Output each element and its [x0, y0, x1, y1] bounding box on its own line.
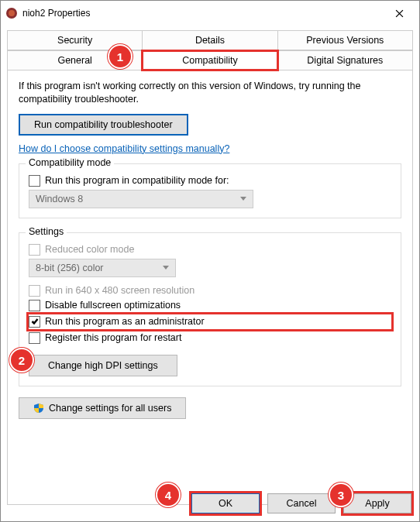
run-as-admin-label: Run this program as an administrator: [45, 316, 205, 327]
change-all-users-label: Change settings for all users: [49, 403, 171, 414]
run-troubleshooter-button[interactable]: Run compatibility troubleshooter: [19, 114, 188, 136]
register-restart-checkbox[interactable]: [29, 332, 40, 344]
change-dpi-button[interactable]: Change high DPI settings: [29, 355, 177, 376]
compatibility-mode-group: Compatibility mode Run this program in c…: [19, 163, 401, 218]
compat-mode-select[interactable]: Windows 8: [29, 190, 253, 208]
app-icon: [5, 7, 18, 19]
annotation-badge-4: 4: [156, 483, 181, 507]
run-as-admin-row: Run this program as an administrator: [29, 314, 391, 329]
shield-icon: [33, 403, 44, 414]
settings-group: Settings Reduced color mode 8-bit (256) …: [19, 232, 401, 386]
close-button[interactable]: [384, 2, 415, 24]
tab-compatibility[interactable]: Compatibility: [142, 50, 277, 70]
color-mode-select: 8-bit (256) color: [29, 259, 176, 277]
tab-previous-versions[interactable]: Previous Versions: [277, 30, 413, 50]
apply-button[interactable]: Apply: [343, 493, 411, 513]
disable-fullscreen-checkbox[interactable]: [29, 300, 40, 311]
run-as-admin-checkbox[interactable]: [29, 316, 40, 328]
annotation-badge-2: 2: [9, 348, 34, 373]
tab-digital-signatures[interactable]: Digital Signatures: [277, 50, 413, 70]
compat-mode-select-value: Windows 8: [36, 194, 83, 204]
tab-panel: If this program isn't working correctly …: [7, 70, 413, 505]
titlebar: nioh2 Properties: [1, 1, 419, 26]
chevron-down-icon: [240, 197, 246, 201]
intro-text: If this program isn't working correctly …: [19, 80, 401, 106]
reduced-color-checkbox: [29, 244, 40, 256]
reduced-color-label: Reduced color mode: [45, 244, 134, 255]
chevron-down-icon: [163, 266, 169, 270]
manual-settings-link[interactable]: How do I choose compatibility settings m…: [19, 143, 229, 154]
disable-fullscreen-label: Disable fullscreen optimizations: [45, 300, 181, 311]
cancel-button[interactable]: Cancel: [267, 493, 336, 513]
annotation-badge-1: 1: [108, 44, 133, 69]
settings-legend: Settings: [26, 226, 67, 237]
run-640-checkbox: [29, 285, 40, 297]
svg-point-1: [9, 10, 15, 16]
close-icon: [395, 9, 404, 18]
tab-details[interactable]: Details: [142, 30, 277, 50]
change-all-users-button[interactable]: Change settings for all users: [19, 397, 186, 419]
compat-mode-label: Run this program in compatibility mode f…: [45, 175, 229, 186]
check-icon: [31, 318, 39, 325]
tab-strip: Security Details Previous Versions Gener…: [1, 26, 419, 70]
dialog-buttons: OK Cancel Apply: [191, 493, 411, 513]
color-mode-select-value: 8-bit (256) color: [36, 263, 104, 273]
properties-window: nioh2 Properties Security Details Previo…: [0, 0, 420, 522]
compat-mode-checkbox[interactable]: [29, 175, 40, 187]
compat-legend: Compatibility mode: [26, 157, 114, 168]
register-restart-label: Register this program for restart: [45, 332, 181, 343]
ok-button[interactable]: OK: [191, 493, 260, 513]
run-640-label: Run in 640 x 480 screen resolution: [45, 285, 195, 296]
annotation-badge-3: 3: [329, 483, 353, 507]
window-title: nioh2 Properties: [22, 8, 384, 19]
